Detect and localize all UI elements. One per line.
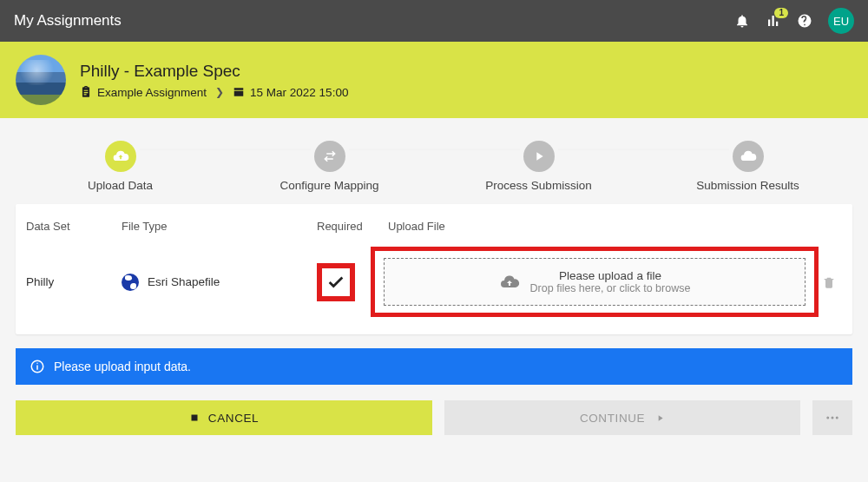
- alert-text: Please upload input data.: [54, 360, 191, 373]
- delete-row-button[interactable]: [812, 275, 846, 289]
- chart-icon[interactable]: 1: [766, 13, 781, 29]
- step-label: Process Submission: [434, 179, 643, 192]
- page-title: My Assignments: [14, 12, 122, 30]
- bell-icon[interactable]: [734, 13, 750, 29]
- table-header-row: Data Set File Type Required Upload File: [24, 220, 844, 245]
- upload-highlight: Please upload a file Drop files here, or…: [371, 247, 819, 317]
- svg-point-6: [836, 417, 838, 419]
- svg-point-2: [36, 363, 38, 365]
- step-submission-results[interactable]: Submission Results: [643, 141, 852, 192]
- check-icon: [326, 273, 345, 292]
- dropzone-title: Please upload a file: [530, 269, 691, 282]
- help-icon[interactable]: [797, 13, 812, 29]
- continue-button[interactable]: CONTINUE: [444, 400, 800, 435]
- spec-titles: Philly - Example Spec Example Assignment…: [80, 62, 348, 99]
- topbar: My Assignments 1 EU: [0, 0, 868, 42]
- breadcrumb-date: 15 Mar 2022 15:00: [233, 86, 348, 99]
- step-label: Configure Mapping: [225, 179, 434, 192]
- required-check-highlight: [317, 263, 355, 301]
- upload-dropzone[interactable]: Please upload a file Drop files here, or…: [384, 258, 806, 306]
- cell-dataset: Philly: [26, 275, 122, 288]
- info-icon: [30, 359, 45, 374]
- more-actions-button[interactable]: [812, 400, 852, 435]
- play-icon: [523, 141, 555, 172]
- header-filetype: File Type: [122, 220, 317, 233]
- cancel-button[interactable]: CANCEL: [16, 400, 432, 435]
- cloud-icon: [733, 141, 764, 172]
- clipboard-icon: [80, 86, 92, 98]
- more-icon: [825, 410, 840, 426]
- step-label: Submission Results: [643, 179, 852, 192]
- header-required: Required: [317, 220, 378, 233]
- alert-banner: Please upload input data.: [16, 348, 852, 385]
- cancel-button-label: CANCEL: [208, 412, 259, 425]
- swap-icon: [314, 141, 345, 172]
- user-avatar[interactable]: EU: [828, 8, 854, 34]
- upload-card: Data Set File Type Required Upload File …: [16, 204, 852, 334]
- breadcrumb-assignment[interactable]: Example Assignment: [80, 86, 207, 99]
- breadcrumb: Example Assignment ❯ 15 Mar 2022 15:00: [80, 86, 348, 99]
- step-label: Upload Data: [16, 179, 225, 192]
- spec-title: Philly - Example Spec: [80, 62, 348, 81]
- step-process-submission[interactable]: Process Submission: [434, 141, 643, 192]
- cell-upload: Please upload a file Drop files here, or…: [378, 247, 812, 317]
- cell-filetype-label: Esri Shapefile: [148, 275, 220, 288]
- user-avatar-label: EU: [833, 15, 849, 28]
- chevron-right-icon: ❯: [215, 86, 224, 98]
- stepper: Upload Data Configure Mapping Process Su…: [16, 134, 852, 204]
- cloud-upload-icon: [499, 272, 520, 293]
- svg-point-5: [832, 417, 834, 419]
- table-row: Philly Esri Shapefile Please up: [24, 245, 844, 319]
- continue-button-label: CONTINUE: [580, 412, 645, 425]
- content-area: Upload Data Configure Mapping Process Su…: [0, 118, 868, 435]
- cell-required: [317, 263, 378, 301]
- globe-icon: [122, 274, 139, 291]
- dropzone-text: Please upload a file Drop files here, or…: [530, 269, 691, 294]
- calendar-stats-icon: [233, 86, 245, 98]
- header-dataset: Data Set: [26, 220, 122, 233]
- svg-rect-3: [191, 415, 197, 421]
- action-button-row: CANCEL CONTINUE: [16, 400, 852, 435]
- header-upload: Upload File: [378, 220, 812, 233]
- step-configure-mapping[interactable]: Configure Mapping: [225, 141, 434, 192]
- dropzone-subtitle: Drop files here, or click to browse: [530, 282, 691, 294]
- spec-header: Philly - Example Spec Example Assignment…: [0, 42, 868, 118]
- cloud-upload-icon: [105, 141, 136, 172]
- breadcrumb-date-label: 15 Mar 2022 15:00: [250, 86, 348, 99]
- breadcrumb-assignment-label: Example Assignment: [97, 86, 207, 99]
- chart-badge: 1: [774, 8, 788, 18]
- spec-avatar-image: [16, 55, 66, 105]
- cell-filetype: Esri Shapefile: [122, 274, 317, 291]
- step-upload-data[interactable]: Upload Data: [16, 141, 225, 192]
- svg-point-4: [826, 417, 829, 419]
- topbar-actions: 1 EU: [734, 8, 854, 34]
- stop-icon: [189, 413, 200, 423]
- play-icon: [655, 413, 665, 423]
